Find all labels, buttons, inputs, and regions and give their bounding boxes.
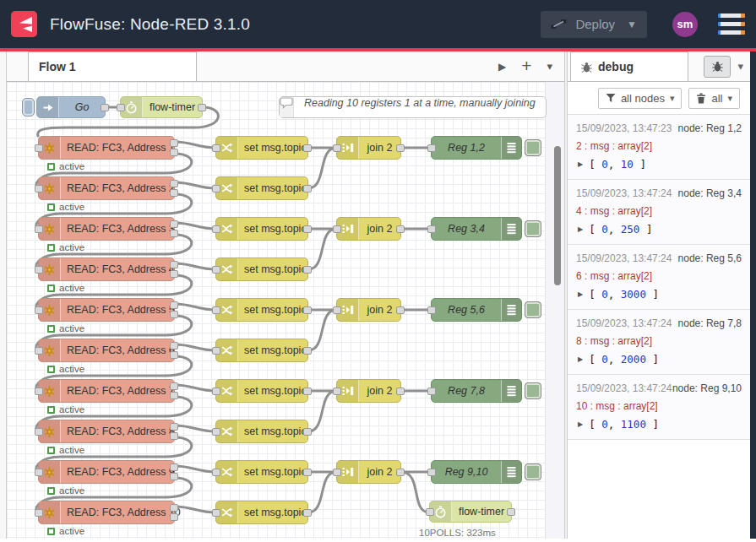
node-read-6[interactable]: READ: FC3, Address 6 <box>38 339 175 362</box>
input-port[interactable] <box>35 144 43 152</box>
input-port[interactable] <box>212 388 220 395</box>
output-port[interactable] <box>303 347 312 355</box>
debug-clear-button[interactable]: all ▾ <box>688 88 740 109</box>
output-port[interactable] <box>303 266 312 274</box>
output-port[interactable] <box>303 469 312 476</box>
input-port[interactable] <box>117 104 125 111</box>
expand-triangle-icon[interactable]: ▶ <box>578 225 583 233</box>
expand-triangle-icon[interactable]: ▶ <box>578 420 583 428</box>
node-change-10[interactable]: set msg.topic <box>215 501 308 524</box>
input-port[interactable] <box>427 225 436 233</box>
message-node-name[interactable]: node: Reg 1,2 <box>678 122 742 134</box>
message-payload[interactable]: ▶ [ 0, 250 ] <box>576 223 742 236</box>
message-node-name[interactable]: node: Reg 3,4 <box>678 187 742 199</box>
output-port-2[interactable] <box>170 473 178 480</box>
message-payload[interactable]: ▶ [ 0, 2000 ] <box>576 353 742 366</box>
node-debug-reg-5[interactable]: Reg 9,10 <box>431 460 522 484</box>
node-read-10[interactable]: READ: FC3, Address 10 <box>38 501 175 524</box>
input-port[interactable] <box>212 509 220 517</box>
output-port[interactable] <box>101 104 109 111</box>
node-change-5[interactable]: set msg.topic <box>215 298 308 322</box>
input-port[interactable] <box>333 144 341 152</box>
node-inject-go[interactable]: Go <box>36 96 106 118</box>
node-change-7[interactable]: set msg.topic <box>215 379 308 403</box>
input-port[interactable] <box>333 388 341 395</box>
input-port[interactable] <box>212 144 220 152</box>
input-port[interactable] <box>333 306 341 314</box>
output-port[interactable] <box>396 306 405 314</box>
node-read-2[interactable]: READ: FC3, Address 2 <box>38 176 175 200</box>
output-port[interactable] <box>303 428 312 436</box>
input-port[interactable] <box>427 469 436 476</box>
flow-list-chevron-down-icon[interactable]: ▾ <box>547 60 552 73</box>
node-change-6[interactable]: set msg.topic <box>215 339 308 362</box>
output-port-1[interactable] <box>170 423 178 431</box>
message-payload[interactable]: ▶ [ 0, 10 ] <box>576 158 742 171</box>
node-join-3[interactable]: join 2 <box>336 298 401 322</box>
input-port[interactable] <box>35 185 43 192</box>
node-debug-reg-1[interactable]: Reg 1,2 <box>431 136 522 160</box>
node-read-1[interactable]: READ: FC3, Address 1 <box>38 136 175 160</box>
output-port[interactable] <box>303 185 312 192</box>
node-debug-reg-2[interactable]: Reg 3,4 <box>431 217 522 241</box>
input-port[interactable] <box>212 428 220 436</box>
input-port[interactable] <box>427 144 436 152</box>
node-change-8[interactable]: set msg.topic <box>215 420 308 443</box>
message-node-name[interactable]: node: Reg 9,10 <box>672 382 742 394</box>
node-change-4[interactable]: set msg.topic <box>215 257 308 281</box>
input-port[interactable] <box>35 225 43 233</box>
output-port-1[interactable] <box>170 504 178 512</box>
input-port[interactable] <box>35 509 43 517</box>
debug-message[interactable]: 15/09/2023, 13:47:24 node: Reg 9,10 10 :… <box>568 375 750 440</box>
debug-filter-button[interactable]: all nodes ▾ <box>598 88 683 109</box>
node-read-9[interactable]: READ: FC3, Address 9 <box>38 460 175 484</box>
input-port[interactable] <box>333 469 341 476</box>
expand-triangle-icon[interactable]: ▶ <box>578 160 583 168</box>
node-change-2[interactable]: set msg.topic <box>215 176 308 200</box>
debug-message[interactable]: 15/09/2023, 13:47:23 node: Reg 1,2 2 : m… <box>568 115 750 180</box>
main-menu-button[interactable] <box>718 14 745 35</box>
tab-flow-1[interactable]: Flow 1 <box>28 51 197 81</box>
input-port[interactable] <box>426 508 434 516</box>
add-flow-button[interactable]: + <box>521 57 531 74</box>
canvas-scrollbar-thumb[interactable] <box>554 146 561 285</box>
output-port-2[interactable] <box>170 189 178 197</box>
debug-toggle-button[interactable] <box>525 220 541 237</box>
input-port[interactable] <box>35 428 43 436</box>
output-port[interactable] <box>396 469 405 476</box>
output-port[interactable] <box>303 225 312 233</box>
input-port[interactable] <box>427 306 436 314</box>
node-read-8[interactable]: READ: FC3, Address 8 <box>38 420 175 443</box>
output-port-2[interactable] <box>170 149 178 156</box>
output-port-1[interactable] <box>170 261 178 268</box>
output-port-2[interactable] <box>170 311 178 318</box>
message-node-name[interactable]: node: Reg 5,6 <box>678 252 742 264</box>
output-port-1[interactable] <box>170 382 178 390</box>
node-debug-reg-3[interactable]: Reg 5,6 <box>431 298 522 322</box>
debug-toggle-button[interactable] <box>525 139 541 156</box>
node-read-3[interactable]: READ: FC3, Address 3 <box>38 217 175 241</box>
output-port-1[interactable] <box>170 220 178 228</box>
output-port[interactable] <box>303 144 312 152</box>
output-port[interactable] <box>396 225 405 233</box>
debug-toggle-button[interactable] <box>525 382 541 399</box>
input-port[interactable] <box>333 225 341 233</box>
output-port-1[interactable] <box>170 463 178 471</box>
node-join-4[interactable]: join 2 <box>336 379 401 403</box>
node-read-5[interactable]: READ: FC3, Address 5 <box>38 298 175 322</box>
node-flow-timer-top[interactable]: flow-timer <box>120 96 203 118</box>
message-payload[interactable]: ▶ [ 0, 3000 ] <box>576 288 742 301</box>
debug-toggle-button[interactable] <box>525 301 541 318</box>
debug-message[interactable]: 15/09/2023, 13:47:24 node: Reg 7,8 8 : m… <box>568 310 750 375</box>
output-port-2[interactable] <box>170 513 178 521</box>
debug-message[interactable]: 15/09/2023, 13:47:24 node: Reg 3,4 4 : m… <box>568 180 750 245</box>
output-port-1[interactable] <box>170 301 178 309</box>
input-port[interactable] <box>35 306 43 314</box>
debug-panel-button[interactable] <box>704 56 731 78</box>
output-port-1[interactable] <box>170 180 178 187</box>
output-port-2[interactable] <box>170 392 178 399</box>
node-comment[interactable]: Reading 10 registers 1 at a time, manual… <box>279 96 547 118</box>
output-port-1[interactable] <box>170 139 178 147</box>
node-debug-reg-4[interactable]: Reg 7,8 <box>431 379 522 403</box>
input-port[interactable] <box>427 388 436 395</box>
